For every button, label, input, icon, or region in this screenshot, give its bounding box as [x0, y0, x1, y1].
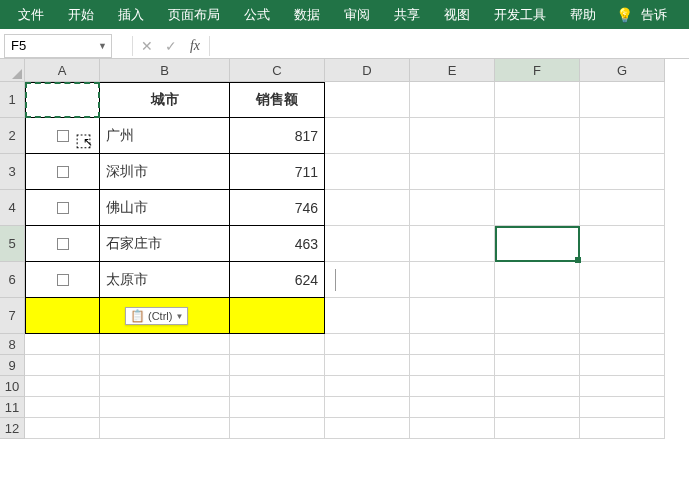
ribbon-tab[interactable]: 页面布局 [156, 0, 232, 29]
checkbox-cell[interactable] [25, 226, 100, 262]
checkbox-cell[interactable] [25, 154, 100, 190]
cell[interactable] [100, 397, 230, 418]
cell[interactable] [325, 355, 410, 376]
cell[interactable] [410, 355, 495, 376]
cell[interactable] [230, 376, 325, 397]
cell[interactable] [410, 298, 495, 334]
city-cell[interactable]: 广州 [100, 118, 230, 154]
checkbox[interactable] [57, 166, 69, 178]
cell[interactable] [580, 118, 665, 154]
cell[interactable] [495, 418, 580, 439]
cell[interactable] [325, 334, 410, 355]
cell[interactable] [325, 118, 410, 154]
sales-cell[interactable]: 746 [230, 190, 325, 226]
cell[interactable] [495, 262, 580, 298]
row-header[interactable]: 4 [0, 190, 25, 226]
cell[interactable] [25, 397, 100, 418]
cell[interactable] [580, 154, 665, 190]
fx-icon[interactable]: fx [183, 38, 207, 54]
cell[interactable] [325, 262, 410, 298]
cell[interactable] [580, 298, 665, 334]
cell[interactable] [325, 190, 410, 226]
row-header[interactable]: 12 [0, 418, 25, 439]
cell[interactable] [325, 154, 410, 190]
sales-cell[interactable]: 711 [230, 154, 325, 190]
cell[interactable] [410, 82, 495, 118]
cell[interactable] [495, 154, 580, 190]
ribbon-tab[interactable]: 插入 [106, 0, 156, 29]
city-cell[interactable]: 石家庄市 [100, 226, 230, 262]
row-header[interactable]: 9 [0, 355, 25, 376]
column-header[interactable]: A [25, 59, 100, 82]
cell[interactable] [495, 334, 580, 355]
column-header[interactable]: E [410, 59, 495, 82]
ribbon-tab[interactable]: 共享 [382, 0, 432, 29]
cell[interactable] [495, 190, 580, 226]
row-header[interactable]: 5 [0, 226, 25, 262]
ribbon-tab[interactable]: 公式 [232, 0, 282, 29]
row-header[interactable]: 6 [0, 262, 25, 298]
sales-cell[interactable]: 624 [230, 262, 325, 298]
cell[interactable] [580, 262, 665, 298]
cell[interactable] [580, 376, 665, 397]
cell[interactable] [325, 226, 410, 262]
column-header[interactable]: F [495, 59, 580, 82]
column-header[interactable]: C [230, 59, 325, 82]
column-header[interactable]: B [100, 59, 230, 82]
cell[interactable] [495, 355, 580, 376]
cell[interactable] [580, 418, 665, 439]
cell[interactable] [100, 418, 230, 439]
cell[interactable] [230, 397, 325, 418]
cell[interactable] [325, 376, 410, 397]
cell[interactable] [100, 355, 230, 376]
checkbox[interactable] [57, 274, 69, 286]
cell[interactable] [230, 418, 325, 439]
cell[interactable] [580, 334, 665, 355]
cell[interactable] [410, 397, 495, 418]
row-header[interactable]: 11 [0, 397, 25, 418]
cell[interactable] [25, 418, 100, 439]
sales-cell[interactable]: 463 [230, 226, 325, 262]
name-box[interactable]: F5 ▼ [4, 34, 112, 58]
ribbon-tab[interactable]: 视图 [432, 0, 482, 29]
cell[interactable] [25, 376, 100, 397]
city-cell[interactable]: 深圳市 [100, 154, 230, 190]
header-city[interactable]: 城市 [100, 82, 230, 118]
row-header[interactable]: 10 [0, 376, 25, 397]
cell[interactable] [495, 82, 580, 118]
cell[interactable] [580, 82, 665, 118]
cell[interactable] [495, 298, 580, 334]
row-header[interactable]: 1 [0, 82, 25, 118]
select-all-corner[interactable] [0, 59, 25, 82]
cell[interactable] [410, 418, 495, 439]
header-sales[interactable]: 销售额 [230, 82, 325, 118]
cell[interactable] [25, 334, 100, 355]
total-cell-c[interactable] [230, 298, 325, 334]
ribbon-tab[interactable]: 开始 [56, 0, 106, 29]
cell[interactable] [410, 226, 495, 262]
cell[interactable] [325, 418, 410, 439]
row-header[interactable]: 7 [0, 298, 25, 334]
row-header[interactable]: 8 [0, 334, 25, 355]
chevron-down-icon[interactable]: ▼ [98, 41, 107, 51]
cell[interactable] [410, 190, 495, 226]
cell[interactable] [495, 397, 580, 418]
cell[interactable] [410, 154, 495, 190]
cell[interactable] [325, 298, 410, 334]
city-cell[interactable]: 佛山市 [100, 190, 230, 226]
cell[interactable] [100, 334, 230, 355]
ribbon-tab[interactable]: 文件 [6, 0, 56, 29]
ribbon-tab[interactable]: 数据 [282, 0, 332, 29]
cell[interactable] [410, 334, 495, 355]
ribbon-tab[interactable]: 帮助 [558, 0, 608, 29]
checkbox[interactable] [57, 130, 69, 142]
checkbox-cell[interactable] [25, 262, 100, 298]
cancel-icon[interactable]: ✕ [135, 38, 159, 54]
cell[interactable] [495, 376, 580, 397]
cell-a1[interactable] [25, 82, 100, 118]
cell[interactable] [495, 118, 580, 154]
checkbox-cell[interactable] [25, 190, 100, 226]
cells-area[interactable]: 城市销售额广州817深圳市711佛山市746石家庄市463太原市624 [25, 82, 665, 439]
cell[interactable] [410, 262, 495, 298]
ribbon-tab[interactable]: 审阅 [332, 0, 382, 29]
